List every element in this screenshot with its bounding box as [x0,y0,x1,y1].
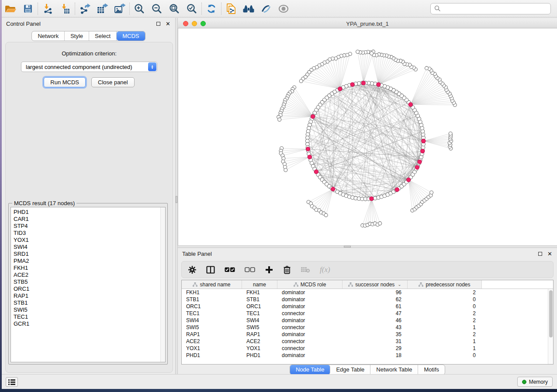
network-window-titlebar[interactable]: YPA_prune.txt_1 [178,19,557,28]
zoom-in-button[interactable] [131,1,148,16]
table-cell[interactable]: ACE2 [182,338,242,344]
column-header-predecessor-nodes[interactable]: predecessor nodes [408,280,482,289]
mcds-result-item[interactable]: SWI5 [14,306,165,313]
table-row[interactable]: ORC1ORC1dominator610 [182,303,548,310]
open-file-button[interactable] [2,1,19,16]
zoom-selected-button[interactable] [183,1,201,16]
table-cell[interactable]: TEC1 [182,310,242,316]
table-row[interactable]: SWI4SWI4dominator462 [182,317,548,324]
refresh-view-button[interactable] [203,1,220,16]
graph-node[interactable] [425,66,429,70]
import-table-button[interactable] [56,1,74,16]
graph-node-selected[interactable] [415,165,419,169]
table-cell[interactable]: YOX1 [242,345,277,351]
table-row[interactable]: SWI5SWI5connector431 [182,324,548,331]
float-panel-button[interactable] [156,21,161,27]
mcds-result-item[interactable]: TEC1 [14,313,165,320]
save-session-button[interactable] [19,1,37,16]
table-cell[interactable]: 62 [343,296,408,303]
tab-style[interactable]: Style [65,31,89,41]
hide-graphics-details-button[interactable] [257,1,275,16]
table-cell[interactable]: PHD1 [182,352,242,358]
mcds-result-item[interactable]: ACE2 [14,272,165,279]
graph-node[interactable] [278,118,281,121]
table-tab-node-table[interactable]: Node Table [290,365,331,375]
graph-node-selected[interactable] [421,149,425,153]
table-row[interactable]: FKH1FKH1dominator962 [182,289,548,296]
criterion-dropdown[interactable]: largest connected component (undirected)… [21,62,157,72]
graph-node[interactable] [299,79,303,83]
mcds-result-item[interactable]: STB5 [14,279,165,285]
table-cell[interactable]: ACE2 [242,338,277,344]
graph-node-selected[interactable] [314,170,318,174]
tab-mcds[interactable]: MCDS [117,31,145,41]
result-scrollbar[interactable] [160,207,165,362]
mcds-result-list[interactable]: PHD1CAR1STP4TID3YOX1SWI4SRD1PMA2FKH1ACE2… [10,207,166,362]
table-cell[interactable]: 0 [408,303,482,309]
splitter-grip[interactable] [176,196,177,203]
table-cell[interactable]: 96 [343,289,408,296]
table-cell[interactable]: dominator [277,331,343,337]
table-cell[interactable]: connector [277,345,343,351]
table-cell[interactable]: 2 [408,331,482,337]
tab-network[interactable]: Network [32,31,65,41]
unselect-all-columns-button[interactable] [245,264,255,275]
show-graphics-details-button[interactable] [275,1,292,16]
mcds-result-item[interactable]: GCR1 [14,320,165,327]
table-cell[interactable]: STB1 [242,296,277,303]
table-cell[interactable]: 1 [408,345,482,351]
table-cell[interactable]: SWI4 [182,317,242,323]
add-column-button[interactable] [265,264,273,275]
table-cell[interactable]: dominator [277,289,343,296]
table-cell[interactable]: 43 [343,324,408,330]
table-cell[interactable]: 2 [408,289,482,296]
graph-node-selected[interactable] [338,87,342,91]
graph-node-selected[interactable] [377,83,381,86]
table-cell[interactable]: SWI5 [242,324,277,330]
close-panel-button-mcds[interactable]: Close panel [91,77,135,87]
table-cell[interactable]: 1 [408,338,482,344]
graph-node-selected[interactable] [422,139,426,143]
mcds-result-item[interactable]: FKH1 [14,265,165,272]
mcds-result-item[interactable]: PMA2 [14,258,165,265]
table-scrollbar[interactable] [548,289,553,364]
graph-node[interactable] [449,132,452,135]
graph-node-selected[interactable] [407,178,411,182]
graph-node-selected[interactable] [408,103,412,107]
table-settings-button[interactable] [188,264,197,275]
select-all-columns-button[interactable] [225,264,235,275]
graph-node-selected[interactable] [370,197,374,201]
splitter-grip[interactable] [344,246,351,248]
table-cell[interactable]: FKH1 [182,289,242,296]
mcds-result-item[interactable]: STB1 [14,299,165,306]
table-tab-motifs[interactable]: Motifs [418,365,445,375]
table-cell[interactable]: STB1 [182,296,242,303]
table-cell[interactable]: TEC1 [242,310,277,316]
float-table-panel-button[interactable] [537,251,543,257]
table-cell[interactable]: YOX1 [182,345,242,351]
run-mcds-button[interactable]: Run MCDS [44,77,86,87]
mcds-result-item[interactable]: SRD1 [14,251,165,258]
memory-button[interactable]: Memory [517,377,553,387]
graph-node-selected[interactable] [331,187,335,191]
binoculars-button[interactable] [240,1,257,16]
delete-column-button[interactable] [283,264,291,275]
table-cell[interactable]: 1 [408,324,482,330]
table-cell[interactable]: dominator [277,317,343,323]
table-cell[interactable]: dominator [277,296,343,303]
graph-node-selected[interactable] [395,188,399,192]
scrollbar-thumb[interactable] [549,290,553,337]
clone-network-button[interactable] [222,1,240,16]
table-cell[interactable]: PHD1 [242,352,277,358]
graph-node[interactable] [430,191,433,194]
table-cell[interactable]: 2 [408,317,482,323]
column-header-successor-nodes[interactable]: successor nodes⌄ [343,280,408,289]
table-cell[interactable]: 18 [343,352,408,358]
table-cell[interactable]: RAP1 [242,331,277,337]
zoom-fit-button[interactable] [166,1,183,16]
table-cell[interactable]: dominator [277,352,343,358]
table-cell[interactable]: 46 [343,317,408,323]
graph-node[interactable] [378,222,382,225]
table-tab-edge-table[interactable]: Edge Table [330,365,370,375]
graph-node-selected[interactable] [311,114,315,118]
